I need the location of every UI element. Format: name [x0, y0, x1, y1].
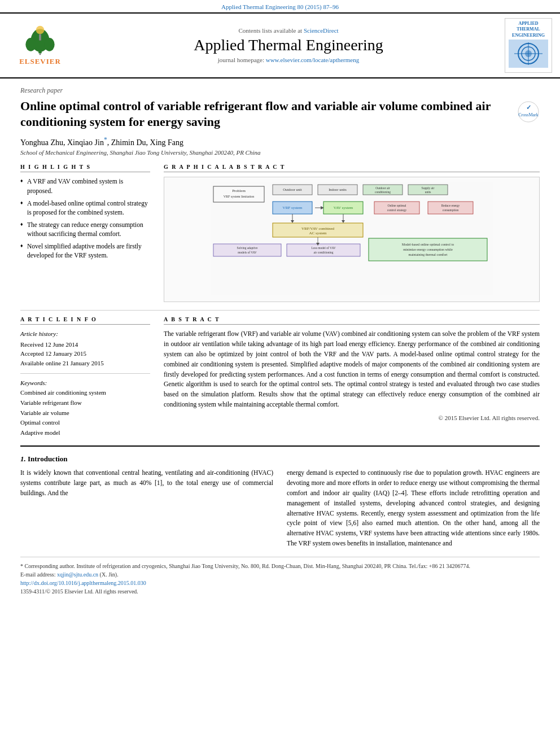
- available-date: Available online 21 January 2015: [20, 359, 150, 368]
- footnote-section: * Corresponding author. Institute of ref…: [20, 557, 540, 596]
- article-info-abstract-row: A R T I C L E I N F O Article history: R…: [20, 316, 540, 438]
- svg-text:VRF system limitation: VRF system limitation: [224, 195, 255, 198]
- article-info-heading: A R T I C L E I N F O: [20, 316, 150, 325]
- svg-text:Outdoor air: Outdoor air: [375, 186, 390, 190]
- abstract-section: A B S T R A C T The variable refrigerant…: [164, 316, 540, 438]
- svg-text:Model-based online optimal con: Model-based online optimal control to: [402, 243, 454, 246]
- article-history-title: Article history:: [20, 329, 150, 339]
- svg-text:air conditioning: air conditioning: [314, 251, 334, 254]
- highlights-heading: H I G H L I G H T S: [20, 164, 150, 172]
- svg-point-2: [25, 38, 36, 51]
- doi-link[interactable]: http://dx.doi.org/10.1016/j.applthermale…: [20, 580, 146, 586]
- copyright-line: © 2015 Elsevier Ltd. All rights reserved…: [164, 414, 540, 421]
- highlight-item: A VRF and VAV combined system is propose…: [20, 177, 150, 195]
- article-info-section: A R T I C L E I N F O Article history: R…: [20, 316, 150, 438]
- svg-text:✓: ✓: [526, 104, 531, 111]
- keyword-item: Variable refrigerant flow: [20, 398, 150, 408]
- ate-logo-section: APPLIED THERMAL ENGINEERING: [506, 18, 551, 73]
- graphical-abstract-heading: G R A P H I C A L A B S T R A C T: [164, 164, 540, 172]
- highlights-section: H I G H L I G H T S A VRF and VAV combin…: [20, 164, 150, 302]
- keywords-list: Combined air conditioning system Variabl…: [20, 388, 150, 438]
- svg-text:Reduce energy: Reduce energy: [441, 204, 460, 207]
- ate-logo-box: APPLIED THERMAL ENGINEERING: [505, 18, 552, 73]
- intro-columns: It is widely known that conventional cen…: [20, 468, 540, 549]
- svg-text:Indoor units: Indoor units: [329, 187, 347, 191]
- elsevier-logo-section: ELSEVIER: [9, 25, 71, 66]
- svg-text:control strategy: control strategy: [387, 208, 407, 212]
- email-line: E-mail address: xqjin@sjtu.edu.cn (X. Ji…: [20, 570, 540, 579]
- received-date: Received 12 June 2014: [20, 340, 150, 350]
- highlights-list: A VRF and VAV combined system is propose…: [20, 177, 150, 260]
- ate-logo-line2: THERMAL: [509, 27, 548, 32]
- article-title: Online optimal control of variable refri…: [20, 98, 511, 130]
- email-link[interactable]: xqjin@sjtu.edu.cn: [57, 571, 98, 578]
- keyword-item: Combined air conditioning system: [20, 388, 150, 398]
- journal-header: ELSEVIER Contents lists available at Sci…: [0, 12, 560, 78]
- authors: Yonghua Zhu, Xinqiao Jin*, Zhimin Du, Xi…: [20, 136, 540, 147]
- thick-divider: [20, 445, 540, 447]
- science-direct-link[interactable]: ScienceDirect: [304, 27, 339, 34]
- article-history: Article history: Received 12 June 2014 A…: [20, 329, 150, 368]
- svg-point-5: [36, 26, 45, 34]
- section-name: Introduction: [28, 455, 68, 463]
- svg-text:Outdoor unit: Outdoor unit: [283, 187, 302, 191]
- svg-text:Supply air: Supply air: [422, 186, 435, 190]
- header-center: Contents lists available at ScienceDirec…: [77, 27, 500, 63]
- main-content: Research paper Online optimal control of…: [0, 78, 560, 604]
- affiliation: School of Mechanical Engineering, Shangh…: [20, 149, 540, 156]
- homepage-url[interactable]: www.elsevier.com/locate/apthermeng: [266, 56, 359, 63]
- graphical-abstract-diagram: Problem VRF system limitation Outdoor un…: [169, 182, 535, 295]
- journal-title: Applied Thermal Engineering: [77, 36, 500, 54]
- elsevier-logo: ELSEVIER: [9, 25, 71, 66]
- svg-text:conditioning: conditioning: [375, 190, 391, 194]
- article-title-row: Online optimal control of variable refri…: [20, 98, 540, 130]
- highlight-item: A model-based online optimal control str…: [20, 199, 150, 217]
- svg-text:maintaining thermal comfort: maintaining thermal comfort: [409, 253, 448, 256]
- svg-text:consumption: consumption: [443, 208, 459, 212]
- svg-text:VAV system: VAV system: [334, 206, 353, 210]
- crossmark-icon: ✓ CrossMark: [517, 101, 540, 125]
- science-direct-line: Contents lists available at ScienceDirec…: [77, 27, 500, 34]
- svg-text:VRF/VAV combined: VRF/VAV combined: [301, 226, 335, 231]
- keywords-title: Keywords:: [20, 379, 150, 386]
- doi-line: http://dx.doi.org/10.1016/j.applthermale…: [20, 579, 540, 587]
- journal-reference: Applied Thermal Engineering 80 (2015) 87…: [221, 3, 339, 10]
- accepted-date: Accepted 12 January 2015: [20, 349, 150, 359]
- abstract-text: The variable refrigerant flow (VRF) and …: [164, 329, 540, 410]
- article-type-label: Research paper: [20, 86, 540, 95]
- intro-right-text: energy demand is expected to continuousl…: [287, 468, 540, 549]
- svg-text:VRF system: VRF system: [283, 206, 303, 210]
- top-bar: Applied Thermal Engineering 80 (2015) 87…: [0, 0, 560, 12]
- keyword-item: Variable air volume: [20, 408, 150, 418]
- info-divider: [20, 373, 150, 374]
- ate-logo-line3: ENGINEERING: [509, 33, 548, 38]
- svg-text:models of VAV: models of VAV: [238, 251, 257, 254]
- highlights-graphical-row: H I G H L I G H T S A VRF and VAV combin…: [20, 164, 540, 302]
- svg-text:minimize energy consumption wh: minimize energy consumption while: [403, 248, 453, 251]
- svg-text:CrossMark: CrossMark: [518, 112, 539, 117]
- ate-logo-line1: APPLIED: [509, 21, 548, 27]
- introduction-section: 1. Introduction It is widely known that …: [20, 455, 540, 549]
- svg-rect-6: [39, 34, 41, 40]
- highlight-item: The strategy can reduce energy consumpti…: [20, 220, 150, 238]
- graphical-abstract-box: Problem VRF system limitation Outdoor un…: [164, 177, 540, 302]
- corresponding-author-note: * Corresponding author. Institute of ref…: [20, 562, 540, 570]
- keyword-item: Adaptive model: [20, 428, 150, 438]
- journal-homepage: journal homepage: www.elsevier.com/locat…: [77, 56, 500, 63]
- abstract-heading: A B S T R A C T: [164, 316, 540, 325]
- email-note: (X. Jin).: [100, 571, 119, 578]
- svg-text:units: units: [425, 190, 431, 194]
- highlight-item: Novel simplified adaptive models are fir…: [20, 242, 150, 260]
- svg-text:Solving adaptive: Solving adaptive: [237, 246, 258, 250]
- svg-text:Problem: Problem: [232, 189, 246, 193]
- intro-left-text: It is widely known that conventional cen…: [20, 468, 273, 549]
- section-number: 1.: [20, 455, 26, 463]
- elsevier-text: ELSEVIER: [19, 57, 61, 66]
- svg-point-3: [44, 38, 54, 51]
- svg-text:Online optimal: Online optimal: [387, 204, 406, 207]
- section-title: 1. Introduction: [20, 455, 540, 464]
- svg-text:Loss model of VAV: Loss model of VAV: [311, 246, 335, 250]
- section-divider: [20, 310, 540, 311]
- svg-text:AC system: AC system: [309, 231, 327, 235]
- graphical-abstract-section: G R A P H I C A L A B S T R A C T Proble…: [164, 164, 540, 302]
